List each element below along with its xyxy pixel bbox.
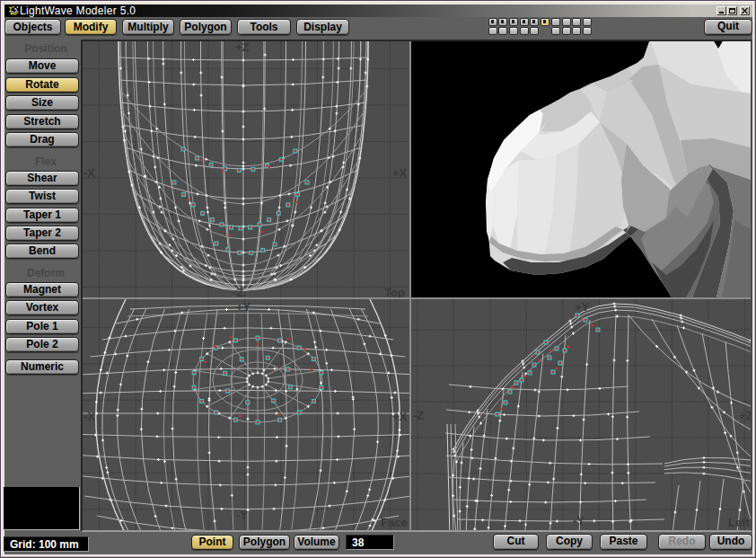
svg-text:+X: +X [392, 410, 408, 423]
svg-text:+Z: +Z [739, 409, 751, 422]
svg-text:+Z: +Z [235, 41, 250, 54]
svg-text:Face: Face [381, 516, 408, 529]
svg-text:-Z: -Z [233, 286, 243, 297]
svg-text:-X: -X [84, 410, 95, 423]
svg-text:+Y: +Y [236, 300, 251, 314]
svg-text:Left: Left [728, 516, 751, 529]
svg-text:-X: -X [84, 166, 95, 180]
svg-text:+X: +X [392, 166, 408, 180]
svg-text:-Z: -Z [413, 409, 424, 422]
svg-text:+Y: +Y [575, 300, 590, 314]
svg-text:-Y: -Y [573, 514, 585, 527]
svg-text:-Y: -Y [236, 509, 248, 522]
svg-text:Top: Top [384, 286, 405, 297]
